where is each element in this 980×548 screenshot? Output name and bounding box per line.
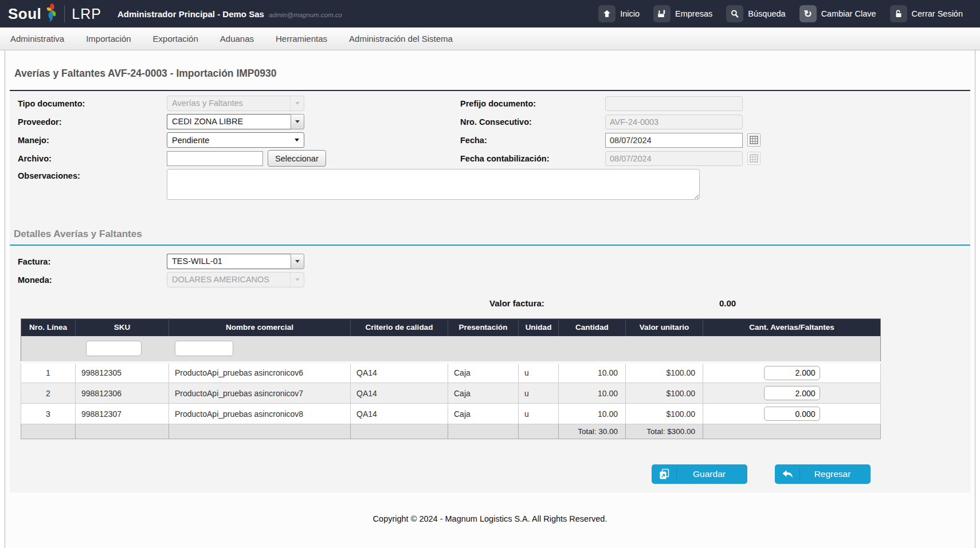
tipo-documento-label: Tipo documento:	[18, 99, 167, 108]
form-row: Observaciones:	[18, 169, 970, 200]
col-valor-unitario: Valor unitario	[626, 319, 703, 336]
table-row: 1998812305ProductoApi_pruebas asincronic…	[21, 362, 881, 383]
logo-divider	[64, 5, 65, 22]
detalles-fields: Factura: TES-WILL-01 Moneda: DOLARES AME…	[10, 254, 970, 309]
cell-cant-averias	[703, 383, 881, 404]
proveedor-combobox[interactable]: CEDI ZONA LIBRE	[167, 114, 304, 129]
menu-herramientas[interactable]: Herramientas	[276, 34, 327, 44]
main-menubar: Administrativa Importación Exportación A…	[0, 27, 980, 50]
prefijo-documento-input	[605, 96, 743, 111]
fecha-label: Fecha:	[460, 136, 605, 145]
logo-text-soul: Soul	[8, 5, 41, 23]
form-row: Moneda: DOLARES AMERICANOS	[18, 272, 970, 287]
cell-presentacion: Caja	[448, 383, 519, 404]
proveedor-label: Proveedor:	[18, 117, 167, 127]
moneda-combobox: DOLARES AMERICANOS	[167, 272, 304, 287]
menu-importacion[interactable]: Importación	[86, 34, 131, 44]
archivo-label: Archivo:	[18, 154, 167, 163]
nav-item-empresas[interactable]: Empresas	[653, 5, 712, 22]
page-container: Averías y Faltantes AVF-24-0003 - Import…	[5, 50, 975, 548]
cell-nombre-comercial: ProductoApi_pruebas asincronicov7	[169, 383, 351, 404]
archivo-input[interactable]	[167, 151, 263, 166]
total-cantidad: Total: 30.00	[559, 424, 626, 439]
search-icon	[726, 5, 743, 22]
menu-administracion-sistema[interactable]: Administración del Sistema	[349, 34, 453, 44]
calendar-icon	[747, 152, 761, 165]
fecha-contabilizacion-label: Fecha contabilización:	[460, 154, 605, 163]
regresar-button[interactable]: Regresar	[775, 464, 871, 484]
col-criterio-calidad: Criterio de calidad	[351, 319, 448, 336]
form-row: Factura: TES-WILL-01	[18, 254, 970, 269]
chevron-down-icon[interactable]	[291, 254, 304, 269]
cell-nombre-comercial: ProductoApi_pruebas asincronicov6	[169, 362, 351, 383]
save-icon	[652, 468, 677, 480]
table-row: 2998812306ProductoApi_pruebas asincronic…	[21, 383, 881, 404]
observaciones-textarea[interactable]	[167, 169, 700, 200]
form-row: Archivo: Seleccionar Fecha contabilizaci…	[18, 151, 970, 166]
document-panel: Tipo documento: Averías y Faltantes Pref…	[10, 90, 970, 492]
cell-valor-unitario: $100.00	[626, 383, 703, 404]
col-unidad: Unidad	[519, 319, 559, 336]
action-buttons: Guardar Regresar	[10, 464, 970, 484]
cell-presentacion: Caja	[448, 404, 519, 424]
cell-valor-unitario: $100.00	[626, 404, 703, 424]
lock-icon	[890, 5, 907, 22]
seleccionar-button[interactable]: Seleccionar	[268, 150, 326, 167]
moneda-label: Moneda:	[18, 275, 167, 285]
tipo-documento-combobox: Averías y Faltantes	[167, 96, 304, 111]
chevron-down-icon	[295, 139, 299, 141]
app-header: Soul LRP Administrador Principal - Demo …	[0, 0, 980, 27]
back-icon	[775, 468, 800, 480]
manejo-select[interactable]: Pendiente	[167, 132, 304, 148]
cell-cant-averias	[703, 362, 881, 383]
cell-cantidad: 10.00	[559, 362, 626, 383]
total-valor-unitario: Total: $300.00	[626, 424, 703, 439]
cell-criterio-calidad: QA14	[351, 404, 448, 424]
col-nombre-comercial: Nombre comercial	[169, 319, 351, 336]
detalles-table: Nro. Línea SKU Nombre comercial Criterio…	[21, 318, 881, 439]
col-presentacion: Presentación	[448, 319, 519, 336]
cant-averias-input[interactable]	[764, 407, 820, 421]
user-block: Administrador Principal - Demo Sas admin…	[117, 9, 342, 19]
col-cant-averias-faltantes: Cant. Averias/Faltantes	[703, 319, 881, 336]
fecha-input[interactable]	[605, 133, 743, 148]
sku-filter-input[interactable]	[86, 341, 142, 356]
nro-consecutivo-label: Nro. Consecutivo:	[460, 117, 605, 127]
nombre-filter-input[interactable]	[175, 341, 233, 356]
nav-item-busqueda[interactable]: Búsqueda	[726, 5, 785, 22]
valor-factura-value: 0.00	[719, 298, 736, 308]
factory-icon	[653, 5, 671, 22]
cell-nro-linea: 1	[21, 362, 76, 383]
manejo-label: Manejo:	[18, 136, 167, 145]
chevron-down-icon	[290, 273, 304, 287]
cant-averias-input[interactable]	[764, 366, 820, 380]
cell-criterio-calidad: QA14	[351, 362, 448, 383]
cell-valor-unitario: $100.00	[626, 362, 703, 383]
nav-item-cambiar-clave[interactable]: ↻ Cambiar Clave	[799, 5, 876, 22]
footer-copyright: Copyright © 2024 - Magnum Logistics S.A.…	[5, 492, 975, 523]
valor-factura-label: Valor factura:	[489, 298, 544, 308]
cell-sku: 998812305	[76, 362, 169, 383]
menu-exportacion[interactable]: Exportación	[153, 34, 198, 44]
cell-nombre-comercial: ProductoApi_pruebas asincronicov8	[169, 404, 351, 424]
nav-item-inicio[interactable]: Inicio	[598, 5, 640, 22]
cell-unidad: u	[519, 362, 559, 383]
detalles-section-title: Detalles Averías y Faltantes	[10, 228, 970, 246]
menu-administrativa[interactable]: Administrativa	[10, 34, 64, 44]
guardar-button[interactable]: Guardar	[652, 464, 747, 484]
form-row: Manejo: Pendiente Fecha:	[18, 132, 970, 148]
nav-item-cerrar-sesion[interactable]: Cerrar Sesión	[890, 5, 963, 22]
cant-averias-input[interactable]	[764, 386, 820, 400]
observaciones-label: Observaciones:	[18, 169, 167, 180]
soul-lrp-logo[interactable]: Soul LRP	[8, 3, 101, 25]
factura-combobox[interactable]: TES-WILL-01	[167, 254, 304, 269]
menu-aduanas[interactable]: Aduanas	[220, 34, 254, 44]
table-row: 3998812307ProductoApi_pruebas asincronic…	[21, 404, 881, 424]
calendar-icon[interactable]	[747, 133, 761, 147]
cell-unidad: u	[519, 383, 559, 404]
cell-nro-linea: 2	[21, 383, 76, 404]
page-title: Averías y Faltantes AVF-24-0003 - Import…	[5, 50, 975, 90]
col-cantidad: Cantidad	[559, 319, 626, 336]
factura-label: Factura:	[18, 257, 167, 266]
chevron-down-icon[interactable]	[291, 114, 304, 129]
